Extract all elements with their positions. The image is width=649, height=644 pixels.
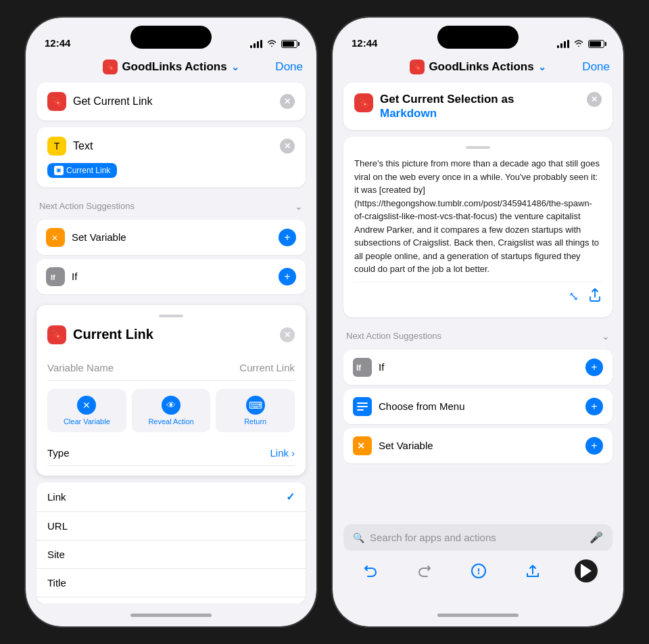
share-toolbar-btn[interactable] [521,559,545,583]
add-right-suggestion-2[interactable]: + [585,398,603,415]
battery-icon-right [588,40,604,48]
dynamic-island-right [437,26,519,49]
markdown-icon: 🔖 [354,93,373,112]
status-icons-right [557,39,604,49]
suggestion-item-2[interactable]: If If + [37,259,306,294]
svg-rect-9 [357,409,364,411]
share-icon[interactable] [588,288,602,308]
toolbar-right [343,559,612,583]
right-suggestion-2[interactable]: Choose from Menu + [343,389,612,424]
card1-title: Get Current Link [73,95,152,108]
drag-handle-right [466,146,490,149]
right-suggestion-3[interactable]: ✕ Set Variable + [343,428,612,463]
right-phone: 12:44 [333,18,623,626]
card-left: 🔖 Get Current Link [47,92,152,111]
svg-text:✕: ✕ [51,233,58,243]
svg-rect-7 [357,402,368,404]
markdown-card: 🔖 Get Current Selection as Markdown ✕ [343,83,612,130]
redo-btn[interactable] [412,559,437,583]
card-icon-red: 🔖 [47,92,66,111]
choose-from-menu-icon [353,397,372,416]
right-content: 🔖 Get Current Selection as Markdown ✕ [333,83,623,603]
return-btn[interactable]: ⌨ Return [216,389,295,432]
status-time-right: 12:44 [352,37,377,49]
dynamic-island-left [130,26,212,49]
goodlinks-icon-right: 🔖 [410,60,425,74]
search-bar[interactable]: 🔍 Search for apps and actions 🎤 [343,524,612,551]
nav-done-left[interactable]: Done [275,60,303,74]
play-btn[interactable] [575,559,598,582]
search-icon: 🔍 [353,532,364,543]
chip-icon: ▣ [54,166,64,175]
mic-icon[interactable]: 🎤 [590,531,603,544]
close-btn-1[interactable]: ✕ [280,94,295,109]
suggestion-item-1[interactable]: ✕ Set Variable + [37,220,306,255]
option-title[interactable]: Title [37,569,306,597]
battery-icon-left [281,40,297,48]
search-placeholder: Search for apps and actions [370,532,584,543]
reveal-action-btn[interactable]: 👁 Reveal Action [132,389,211,432]
close-expanded-card[interactable]: ✕ [280,327,295,342]
home-indicator-left [26,603,316,626]
right-if-icon: If [353,358,372,377]
nav-chevron-left[interactable]: ⌄ [231,62,239,72]
markdown-title-line1: Get Current Selection as [380,92,514,107]
left-content-inner: 🔖 Get Current Link ✕ T Text ✕ [26,83,316,603]
add-suggestion-2[interactable]: + [279,268,296,285]
svg-rect-8 [357,406,368,407]
type-value: Link › [270,447,295,459]
text-card-title: T Text [47,137,93,156]
right-suggestion2-label: Choose from Menu [379,400,465,412]
type-row[interactable]: Type Link › [47,440,295,466]
resize-icon[interactable]: ⤡ [569,288,579,308]
option-site[interactable]: Site [37,540,306,569]
nav-done-right[interactable]: Done [582,60,610,74]
option-link[interactable]: Link ✓ [37,482,306,512]
clear-variable-btn[interactable]: ✕ Clear Variable [47,389,126,432]
right-phone-screen: 12:44 [333,18,623,626]
signal-icon-left [250,40,262,48]
suggestions-header-right[interactable]: Next Action Suggestions ⌄ [343,327,612,346]
get-current-link-card: 🔖 Get Current Link ✕ [37,83,306,120]
drag-handle [159,315,183,317]
svg-text:✕: ✕ [357,440,365,451]
text-card-header: T Text ✕ [47,137,295,156]
return-icon: ⌨ [246,396,265,415]
text-card: T Text ✕ ▣ Current Link [37,127,306,187]
right-suggestion1-label: If [379,361,384,373]
add-right-suggestion-3[interactable]: + [585,437,603,455]
right-suggestion-1[interactable]: If If + [343,350,612,385]
expanded-card-title: Current Link [73,327,153,342]
home-bar-left [130,614,212,617]
current-link-chip: ▣ Current Link [47,163,117,178]
add-right-suggestion-1[interactable]: + [585,359,603,376]
suggestions-chevron-left[interactable]: ⌄ [295,201,303,212]
option-url[interactable]: URL [37,512,306,540]
nav-title-right: 🔖 GoodLinks Actions ⌄ [410,60,546,74]
close-markdown-card[interactable]: ✕ [587,92,602,107]
if-icon: If [46,267,65,286]
suggestion1-label: Set Variable [72,231,126,243]
nav-bar-left: 🔖 GoodLinks Actions ⌄ Done [26,54,316,83]
info-btn[interactable] [466,559,491,583]
svg-text:If: If [51,273,55,281]
left-phone-screen: 12:44 [26,18,316,626]
suggestions-header-left[interactable]: Next Action Suggestions ⌄ [37,197,306,216]
clear-variable-icon: ✕ [77,396,96,415]
expanded-card-header: 🔖 Current Link ✕ [47,325,295,344]
left-content: 🔖 Get Current Link ✕ T Text ✕ [26,83,316,603]
nav-bar-right: 🔖 GoodLinks Actions ⌄ Done [333,54,623,83]
status-time-left: 12:44 [45,37,70,49]
content-footer: ⤡ [354,281,602,308]
close-btn-2[interactable]: ✕ [280,139,295,154]
signal-icon-right [557,40,569,48]
card2-title: Text [73,140,93,152]
right-set-variable-icon: ✕ [353,436,372,455]
undo-btn[interactable] [358,559,383,583]
add-suggestion-1[interactable]: + [279,229,296,246]
right-content-inner: 🔖 Get Current Selection as Markdown ✕ [333,83,623,518]
option-summary[interactable]: Summary [37,597,306,604]
nav-chevron-right[interactable]: ⌄ [538,62,546,72]
suggestions-chevron-right[interactable]: ⌄ [602,331,610,342]
set-variable-icon: ✕ [46,228,65,247]
